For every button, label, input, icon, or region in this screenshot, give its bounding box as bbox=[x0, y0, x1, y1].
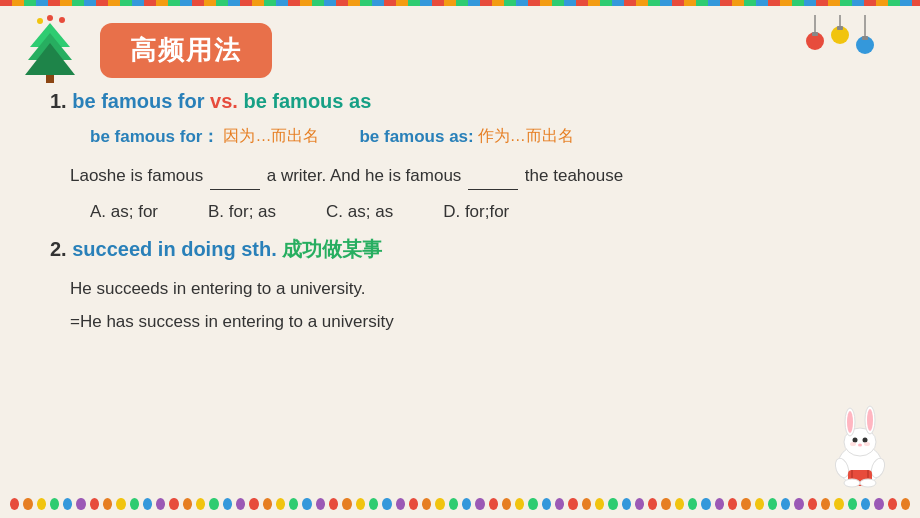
decorative-dot bbox=[169, 498, 178, 510]
decorative-dot bbox=[582, 498, 591, 510]
exercise-text-2: a writer. And he is famous bbox=[267, 166, 462, 185]
decorative-dot bbox=[156, 498, 165, 510]
decorative-dot bbox=[781, 498, 790, 510]
svg-rect-6 bbox=[46, 75, 54, 83]
ornaments-decoration bbox=[800, 15, 890, 65]
decorative-dot bbox=[808, 498, 817, 510]
decorative-dot bbox=[435, 498, 444, 510]
decorative-dot bbox=[728, 498, 737, 510]
decorative-dot bbox=[23, 498, 32, 510]
option-b: B. for; as bbox=[208, 202, 276, 222]
decorative-dot bbox=[263, 498, 272, 510]
blank-2 bbox=[468, 162, 518, 190]
phrase2-text: be famous as bbox=[243, 90, 371, 112]
decorative-dot bbox=[50, 498, 59, 510]
decorative-dot bbox=[834, 498, 843, 510]
svg-point-25 bbox=[850, 442, 856, 446]
decorative-dot bbox=[528, 498, 537, 510]
section-1-number: 1. bbox=[50, 90, 67, 112]
decorative-dot bbox=[901, 498, 910, 510]
sentence-2: =He has success in entering to a univers… bbox=[70, 308, 870, 335]
decorative-dot bbox=[209, 498, 218, 510]
decorative-dot bbox=[675, 498, 684, 510]
decorative-dot bbox=[316, 498, 325, 510]
vs-text: vs. bbox=[210, 90, 238, 112]
decorative-dot bbox=[422, 498, 431, 510]
decorative-dot bbox=[396, 498, 405, 510]
exercise-text-1: Laoshe is famous bbox=[70, 166, 203, 185]
decorative-dot bbox=[183, 498, 192, 510]
decorative-dot bbox=[356, 498, 365, 510]
svg-point-2 bbox=[59, 17, 65, 23]
svg-point-20 bbox=[847, 411, 853, 433]
decorative-dot bbox=[515, 498, 524, 510]
blank-1 bbox=[210, 162, 260, 190]
section-1: 1. be famous for vs. be famous as be fam… bbox=[50, 90, 870, 222]
decorative-dot bbox=[116, 498, 125, 510]
decorative-dot bbox=[888, 498, 897, 510]
section-1-heading: 1. be famous for vs. be famous as bbox=[50, 90, 870, 113]
exercise-text-3: the teahouse bbox=[525, 166, 623, 185]
svg-point-21 bbox=[867, 409, 873, 431]
decorative-dot bbox=[475, 498, 484, 510]
decorative-dot bbox=[489, 498, 498, 510]
decorative-dot bbox=[661, 498, 670, 510]
def1-english: be famous for： bbox=[90, 125, 219, 148]
decorative-dot bbox=[329, 498, 338, 510]
decorative-dot bbox=[63, 498, 72, 510]
christmas-tree-decoration bbox=[20, 15, 80, 85]
decorative-dot bbox=[608, 498, 617, 510]
decorative-dot bbox=[90, 498, 99, 510]
decorative-dot bbox=[130, 498, 139, 510]
svg-rect-14 bbox=[837, 26, 843, 30]
def2-english: be famous as: bbox=[359, 127, 473, 147]
decorative-dot bbox=[794, 498, 803, 510]
svg-point-0 bbox=[47, 15, 53, 21]
succeed-phrase: succeed in doing sth. bbox=[72, 238, 276, 260]
decorative-dot bbox=[236, 498, 245, 510]
phrase1-text: be famous for bbox=[72, 90, 204, 112]
decorative-dot bbox=[568, 498, 577, 510]
decorative-dot bbox=[103, 498, 112, 510]
decorative-dot bbox=[821, 498, 830, 510]
svg-point-33 bbox=[860, 479, 876, 487]
decorative-dot bbox=[635, 498, 644, 510]
decorative-dot bbox=[715, 498, 724, 510]
decorative-dot bbox=[302, 498, 311, 510]
option-a: A. as; for bbox=[90, 202, 158, 222]
exercise-sentence: Laoshe is famous a writer. And he is fam… bbox=[70, 162, 870, 190]
def-item-2: be famous as: 作为…而出名 bbox=[359, 126, 573, 147]
decorative-dot bbox=[76, 498, 85, 510]
decorative-dot bbox=[542, 498, 551, 510]
decorative-dot bbox=[848, 498, 857, 510]
svg-rect-13 bbox=[812, 32, 818, 36]
title-badge: 高频用法 bbox=[100, 23, 272, 78]
decorative-dot bbox=[289, 498, 298, 510]
decorative-dot bbox=[276, 498, 285, 510]
decorative-dot bbox=[755, 498, 764, 510]
decorative-dot bbox=[874, 498, 883, 510]
succeed-chinese: 成功做某事 bbox=[282, 238, 382, 260]
decorative-dot bbox=[622, 498, 631, 510]
decorative-dot bbox=[382, 498, 391, 510]
svg-point-22 bbox=[853, 438, 858, 443]
svg-point-26 bbox=[864, 442, 870, 446]
decorative-dot bbox=[223, 498, 232, 510]
decorative-dot bbox=[342, 498, 351, 510]
svg-point-32 bbox=[844, 479, 860, 487]
svg-point-23 bbox=[863, 438, 868, 443]
def-item-1: be famous for： 因为…而出名 bbox=[90, 125, 319, 148]
main-content: 1. be famous for vs. be famous as be fam… bbox=[50, 90, 870, 488]
svg-point-24 bbox=[858, 444, 862, 447]
title-text: 高频用法 bbox=[130, 35, 242, 65]
decorative-dot bbox=[861, 498, 870, 510]
decorative-dot bbox=[10, 498, 19, 510]
decorative-dot bbox=[369, 498, 378, 510]
decorative-dot bbox=[502, 498, 511, 510]
rabbit-decoration bbox=[820, 400, 900, 490]
option-c: C. as; as bbox=[326, 202, 393, 222]
decorative-dot bbox=[196, 498, 205, 510]
decorative-dot bbox=[741, 498, 750, 510]
top-decorative-bar bbox=[0, 0, 920, 6]
decorative-dot bbox=[555, 498, 564, 510]
